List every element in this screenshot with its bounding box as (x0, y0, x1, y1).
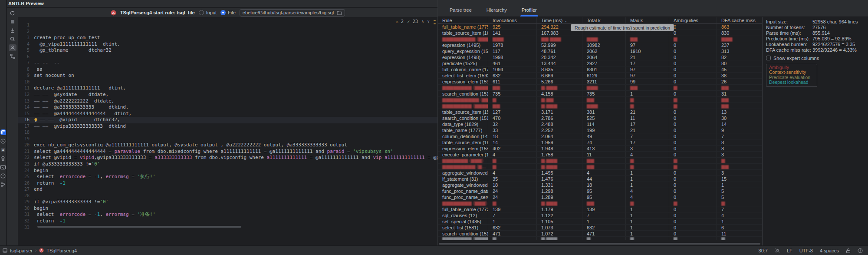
editor-line[interactable]: 3create proc up_com_test (18, 35, 437, 41)
editor-line[interactable]: 22select @vipid = vipid,@vipa33333333333… (18, 155, 437, 161)
profiler-table-row[interactable]: expression_elem (1590)6115.266321199026 (438, 79, 762, 85)
profiler-table-row[interactable]: search_condition (1519)7354.1587351031 (438, 91, 762, 97)
version-control-tool-button[interactable] (0, 182, 6, 187)
file-path-field[interactable]: ebelice/Github/tsql-parser/examples/big.… (240, 9, 345, 17)
profiler-table-row[interactable]: full_table_name (1773)1391.179139107 (438, 206, 762, 212)
code-editor[interactable]: 123create proc up_com_test4 @p_vipa11111… (18, 18, 437, 245)
stop-icon[interactable] (9, 18, 16, 25)
profiler-table-row[interactable]: func_proc_name_serv...241.28995405 (438, 194, 762, 200)
editor-line[interactable]: 23if @a333333333333 !='0' (18, 161, 437, 168)
editor-line[interactable]: 15—— —— @a4444444444444444 dtint, (18, 111, 437, 117)
editor-horizontal-scrollbar[interactable] (37, 226, 241, 228)
editor-line[interactable]: 18 (18, 129, 437, 136)
editor-line[interactable]: 29if @vipa333333333333 !='0' (18, 199, 437, 205)
error-stripe-mark[interactable] (434, 23, 436, 24)
problems-tool-button[interactable] (0, 173, 6, 179)
editor-line[interactable]: 1 (18, 22, 437, 29)
profiler-table-row[interactable]: ▆▆▆▆▆▆▆▆▆ (▆▆▆▆)▆▆▆▆▆.▆▆▆▆▆▆▆▆▆▆▆▆ (438, 36, 762, 42)
terminal-tool-button[interactable] (0, 164, 6, 170)
tab-parse-tree[interactable]: Parse tree (450, 7, 472, 17)
editor-line[interactable]: 6 (18, 54, 437, 60)
checks-indicator[interactable]: ✓ 23 (407, 19, 418, 24)
editor-line[interactable]: 27end (18, 186, 437, 193)
table-horizontal-scrollbar[interactable] (439, 243, 760, 245)
breadcrumb-project[interactable]: tsql-parser (10, 248, 33, 253)
editor-line[interactable]: 9set nocount on (18, 73, 437, 79)
editor-line[interactable]: 10 (18, 79, 437, 86)
input-radio[interactable]: Input (199, 10, 217, 15)
editor-line[interactable]: 30begin (18, 205, 437, 212)
column-header-time-ms-[interactable]: Time (ms)⌄ (537, 17, 582, 23)
file-radio[interactable]: File (220, 10, 236, 15)
tool-window-corner-icon[interactable] (3, 248, 7, 253)
editor-line[interactable]: 11declare @a1111111111111 dtint, (18, 85, 437, 92)
column-header-dfa-cache-miss[interactable]: DFA cache miss (717, 17, 762, 23)
profiler-table-row[interactable]: aggregate_windowed...181.33118101 (438, 182, 762, 188)
column-header-max-k[interactable]: Max k (626, 17, 669, 23)
profiler-table-row[interactable]: execute_parameter (1...41.75811403 (438, 152, 762, 158)
search-icon[interactable] (9, 36, 16, 43)
encoding-indicator[interactable]: UTF-8 (799, 248, 813, 253)
profiler-table-row[interactable]: set_special (1485)11.1051101 (438, 219, 762, 225)
editor-line[interactable]: 26 return -1 (18, 180, 437, 187)
profiler-table-row[interactable]: ▆▆▆▆▆▆▆▆▆▆ (▆▆)▆▆.▆▆▆▆▆▆▆▆ (438, 97, 762, 103)
profiler-table-row[interactable]: data_type (1829)322.48811417014 (438, 121, 762, 127)
profiler-table-row[interactable]: ▆▆▆▆▆▆▆ (▆▆▆)▆▆.▆▆▆▆▆▆▆▆ (438, 158, 762, 164)
run-tool-button[interactable] (0, 138, 6, 144)
folder-icon[interactable] (337, 10, 342, 15)
editor-line[interactable]: 13—— —— @a2222222222 dtdate, (18, 98, 437, 105)
show-expert-columns-checkbox[interactable]: Show expert columns (766, 56, 868, 61)
editor-line[interactable]: 14—— —— @a333333333333 dtkind, (18, 104, 437, 111)
profiler-table-row[interactable]: aggregate_windowed...41.4954103 (438, 170, 762, 176)
editor-line[interactable]: 5 @p_tblname dtchar32 (18, 47, 437, 54)
warnings-indicator[interactable]: ⚠ 2 (395, 19, 404, 24)
profiler-table-row[interactable]: ▆▆▆▆▆▆▆▆ (▆▆▆▆)▆▆▆.▆▆▆▆▆▆▆▆▆▆ (438, 103, 762, 109)
error-circle-icon[interactable] (858, 248, 863, 253)
indent-indicator[interactable]: 4 spaces (820, 248, 839, 253)
column-header-ambiguities[interactable]: Ambiguities (669, 17, 717, 23)
breadcrumb-file[interactable]: TSqlParser.g4 (46, 248, 77, 253)
editor-line[interactable]: 32 return -1 (18, 218, 437, 225)
profiler-table-row[interactable]: select_list_elem (1592)6326.669612997038 (438, 73, 762, 79)
editor-line[interactable]: 25 select errorcode = -1, errormsg = '执行… (18, 174, 437, 180)
editor-line[interactable]: 20exec nb_com_getsysconfig @a11111111111… (18, 142, 437, 149)
profiler-table-row[interactable]: ▆▆▆▆▆▆▆▆▆ (▆...▆▆.▆▆▆▆▆▆▆▆▆ (438, 164, 762, 170)
profiler-table-row[interactable]: ▆▆▆▆▆▆▆▆ (▆▆▆▆)▆▆▆.▆▆▆▆▆▆▆▆▆▆▆ (438, 85, 762, 91)
profiler-table-row[interactable]: ▆▆▆▆▆▆▆▆ (▆▆▆▆)▆▆.▆▆▆▆▆▆▆ (438, 237, 762, 240)
editor-line[interactable]: 28 (18, 193, 437, 199)
file-radio-circle[interactable] (220, 10, 226, 15)
structure-icon[interactable] (9, 53, 16, 60)
editor-line[interactable]: 12—— —— @sysdate dtdate, (18, 92, 437, 98)
column-header-total-k[interactable]: Total k (582, 17, 626, 23)
editor-line[interactable]: 2 (18, 29, 437, 35)
profiler-table-row[interactable]: sql_clauses (12)71.1227104 (438, 212, 762, 219)
tab-hierarchy[interactable]: Hierarchy (487, 7, 507, 17)
profiler-table-row[interactable]: full_column_name (17...10948.63583019704… (438, 66, 762, 73)
profiler-table-row[interactable]: expression_elem (1589)4021.948413308 (438, 146, 762, 152)
profiler-table-row[interactable]: expression (1495)197852.99910982970237 (438, 42, 762, 48)
refresh-icon[interactable] (9, 10, 16, 17)
editor-line[interactable]: 21select @a4444444444444444 = paravalue … (18, 149, 437, 155)
editor-line[interactable]: 16—— —— @vipid dtchar32, (18, 117, 437, 123)
next-issue-button[interactable]: ∨ (427, 19, 430, 23)
intention-bulb-icon[interactable] (34, 118, 39, 123)
editor-line[interactable]: 17—— —— @vipa333333333333 dtkind (18, 123, 437, 130)
editor-line[interactable]: 8 as (18, 66, 437, 73)
editor-line[interactable]: 19 (18, 136, 437, 142)
profiler-table-row[interactable]: select_list (1581)6321.073632106 (438, 225, 762, 231)
unlock-icon[interactable] (846, 248, 851, 253)
services-tool-button[interactable] (0, 156, 6, 161)
profiler-table-row[interactable]: table_name (1777)332.2521992109 (438, 127, 762, 133)
editor-line[interactable]: 4 @p_vipa1111111111111 dtint, (18, 41, 437, 48)
profiler-table-row[interactable]: column_definition (1421)182.06449707 (438, 133, 762, 139)
input-radio-circle[interactable] (199, 10, 204, 15)
column-header-rule[interactable]: Rule (438, 17, 488, 23)
error-stripe-mark[interactable] (434, 20, 436, 21)
profiler-table-row[interactable]: table_source_item (15...141.959741708 (438, 139, 762, 146)
editor-line[interactable]: 24begin (18, 168, 437, 174)
prev-issue-button[interactable]: ∧ (421, 19, 424, 23)
profiler-table-row[interactable]: query_expression (1527)11748.76120621910… (438, 48, 762, 54)
inspections-widget[interactable]: ⚠ 2 ✓ 23 ∧ ∨ (395, 19, 430, 24)
column-header-invocations[interactable]: Invocations (488, 17, 537, 23)
editor-line[interactable]: 7-- -- -- (18, 60, 437, 66)
